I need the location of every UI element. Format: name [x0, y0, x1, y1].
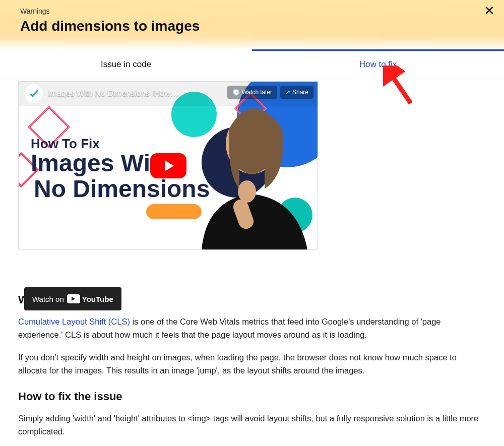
clock-icon: 🕒	[232, 89, 240, 96]
tab-how-to-fix[interactable]: How to fix	[252, 50, 504, 79]
tab-bar: Issue in code How to fix	[0, 50, 504, 79]
thumb-line1: How To Fix	[31, 137, 210, 151]
share-button[interactable]: ↗ Share	[280, 86, 313, 99]
heading-how-to-fix: How to fix the issue	[18, 390, 486, 403]
paragraph-why-1: Cumulative Layout Shift (CLS) is one of …	[18, 315, 486, 341]
tab-issue-in-code[interactable]: Issue in code	[0, 50, 252, 79]
breadcrumb: Warnings	[20, 7, 484, 15]
close-icon: ✕	[484, 3, 495, 18]
content-area: Images With No Dimensions [How… 🕒 Watch …	[0, 81, 504, 446]
close-button[interactable]: ✕	[484, 4, 495, 17]
watch-later-button[interactable]: 🕒 Watch later	[227, 86, 277, 99]
video-overlay-title[interactable]: Images With No Dimensions [How…	[48, 89, 178, 98]
watch-later-label: Watch later	[242, 89, 272, 96]
paragraph-fix-1: Simply adding 'width' and 'height' attri…	[18, 412, 486, 438]
share-label: Share	[292, 89, 308, 96]
panel-header: Warnings Add dimensions to images ✕	[0, 0, 504, 50]
cls-link[interactable]: Cumulative Layout Shift (CLS)	[18, 317, 130, 326]
youtube-text: YouTube	[82, 295, 113, 303]
page-title: Add dimensions to images	[20, 18, 484, 34]
paragraph-why-2: If you don't specify width and height on…	[18, 351, 486, 377]
watch-on-youtube-button[interactable]: Watch on YouTube	[24, 287, 121, 310]
channel-avatar-icon[interactable]	[25, 85, 43, 103]
youtube-logo-icon: YouTube	[67, 294, 113, 303]
video-embed[interactable]: Images With No Dimensions [How… 🕒 Watch …	[18, 81, 318, 250]
svg-point-2	[238, 180, 256, 203]
play-button[interactable]	[150, 153, 186, 178]
watch-on-label: Watch on	[32, 295, 64, 303]
share-icon: ↗	[285, 89, 290, 96]
thumb-line3: No Dimensions	[31, 176, 210, 202]
